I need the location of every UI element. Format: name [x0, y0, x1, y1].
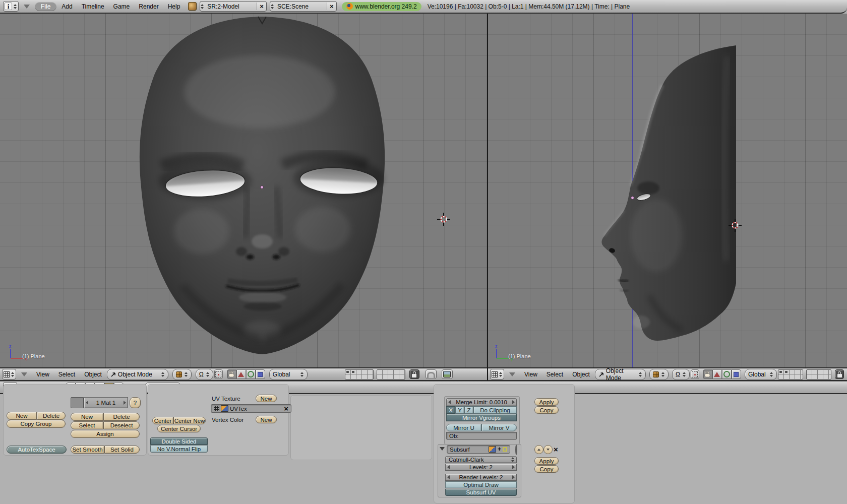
collapse-arrow-icon[interactable] [21, 372, 27, 380]
layer-buttons[interactable] [377, 369, 405, 380]
mirror-object-field[interactable]: Ob: [446, 432, 517, 440]
center-cursor-button[interactable]: Center Cursor [157, 425, 201, 432]
pivot-dropdown[interactable]: Ω [196, 369, 213, 380]
menu-view[interactable]: View [520, 371, 541, 378]
optimal-draw-toggle[interactable]: Optimal Draw [445, 481, 517, 488]
screen-selector[interactable]: SR:2-Model × [200, 1, 267, 12]
modifier-editmode-icon[interactable]: + [498, 447, 501, 452]
orientation-dropdown[interactable]: Global [269, 369, 308, 380]
material-help-button[interactable]: ? [130, 397, 141, 408]
manipulator-toggle[interactable] [691, 369, 699, 379]
menu-view[interactable]: View [32, 371, 53, 378]
mirror-u-toggle[interactable]: Mirror U [446, 424, 481, 431]
panel-collapse-icon[interactable] [440, 447, 445, 451]
stepper-right-icon[interactable] [512, 400, 515, 404]
translate-toggle[interactable] [236, 369, 246, 379]
mirror-v-toggle[interactable]: Mirror V [481, 424, 517, 431]
material-swatch[interactable] [71, 397, 84, 408]
draw-type-dropdown[interactable] [649, 369, 669, 380]
move-up-button[interactable] [534, 445, 543, 454]
front-viewport[interactable]: z x (1) Plane [0, 14, 487, 367]
close-icon[interactable]: × [257, 3, 266, 10]
mirror-apply-button[interactable]: Apply [534, 398, 559, 406]
mode-dropdown[interactable]: Object Mode [595, 369, 646, 380]
layer-buttons[interactable] [806, 369, 831, 380]
mirror-copy-button[interactable]: Copy [534, 406, 559, 414]
mirror-z-toggle[interactable]: Z [464, 406, 473, 414]
modifier-cage-icon[interactable] [503, 447, 507, 452]
scene-selector[interactable]: SCE:Scene × [270, 1, 337, 12]
layer-buttons[interactable] [345, 369, 374, 380]
menu-render[interactable]: Render [135, 3, 162, 10]
menu-game[interactable]: Game [109, 3, 134, 10]
no-vnormal-flip-toggle[interactable]: No V.Normal Flip [150, 445, 208, 453]
manipulator-toggle[interactable] [214, 369, 223, 379]
snap-toggle[interactable] [426, 369, 437, 379]
modifier-render-icon[interactable] [489, 446, 496, 453]
close-icon[interactable]: × [327, 3, 336, 10]
rotate-toggle[interactable] [722, 369, 732, 379]
uvtex-name-row[interactable]: UVTex × [211, 404, 291, 413]
material-count-stepper[interactable]: 1 Mat 1 [84, 397, 128, 408]
mirror-y-toggle[interactable]: Y [455, 406, 464, 414]
menu-add[interactable]: Add [57, 3, 76, 10]
modifier-name[interactable]: Subsurf [450, 447, 487, 453]
hand-tool-toggle[interactable] [227, 369, 236, 379]
material-new-button[interactable]: New [71, 413, 103, 421]
move-down-button[interactable] [543, 445, 553, 454]
deselect-button[interactable]: Deselect [103, 421, 140, 429]
menu-object[interactable]: Object [80, 371, 106, 378]
vgroup-new-button[interactable]: New [7, 412, 37, 420]
window-type-button[interactable] [2, 369, 16, 380]
center-new-button[interactable]: Center New [173, 417, 206, 424]
menu-select[interactable]: Select [54, 371, 79, 378]
stepper-right-icon[interactable] [512, 475, 515, 479]
stepper-icon[interactable] [271, 4, 274, 9]
stepper-right-icon[interactable] [124, 401, 126, 405]
side-viewport[interactable]: z y (1) Plane [487, 14, 847, 367]
modifier-name-row[interactable]: Subsurf + [447, 445, 510, 454]
layer-lock-toggle[interactable] [835, 369, 844, 379]
select-button[interactable]: Select [71, 421, 103, 429]
uvtex-name[interactable]: UVTex [230, 406, 282, 412]
hand-tool-toggle[interactable] [703, 369, 712, 379]
menu-help[interactable]: Help [164, 3, 185, 10]
scale-toggle[interactable] [256, 369, 265, 379]
layer-lock-toggle[interactable] [409, 369, 419, 379]
do-clipping-toggle[interactable]: Do Clipping [473, 406, 517, 414]
vgroup-delete-button[interactable]: Delete [37, 412, 66, 420]
vertex-color-new-button[interactable]: New [256, 416, 277, 423]
delete-modifier-button[interactable]: × [554, 445, 558, 454]
collapse-arrow-icon[interactable] [509, 372, 515, 380]
scale-toggle[interactable] [732, 369, 741, 379]
screen-name[interactable]: SR:2-Model [204, 3, 257, 10]
autotexspace-toggle[interactable]: AutoTexSpace [7, 446, 67, 454]
modifier-circle-toggle[interactable] [515, 446, 517, 455]
render-levels-stepper[interactable]: Render Levels: 2 [445, 474, 517, 481]
subsurf-apply-button[interactable]: Apply [534, 457, 559, 465]
double-sided-toggle[interactable]: Double Sided [150, 437, 208, 445]
layer-buttons[interactable] [778, 369, 803, 380]
scene-name[interactable]: SCE:Scene [274, 3, 327, 10]
stepper-icon[interactable] [201, 4, 204, 9]
merge-limit-field[interactable]: Merge Limit: 0.0010 [446, 398, 517, 406]
mirror-x-toggle[interactable]: X [446, 406, 455, 414]
window-type-button[interactable]: i [3, 1, 19, 12]
mirror-vgroups-toggle[interactable]: Mirror Vgroups [446, 414, 517, 421]
subsurf-uv-toggle[interactable]: Subsurf UV [445, 489, 517, 496]
copy-group-button[interactable]: Copy Group [7, 420, 66, 428]
rotate-toggle[interactable] [246, 369, 256, 379]
subdiv-type-dropdown[interactable]: Catmull-Clark [445, 456, 517, 463]
levels-stepper[interactable]: Levels: 2 [445, 464, 517, 471]
window-type-button[interactable] [490, 369, 504, 380]
translate-toggle[interactable] [712, 369, 722, 379]
uv-texture-new-button[interactable]: New [256, 395, 277, 402]
menu-timeline[interactable]: Timeline [78, 3, 108, 10]
mode-dropdown[interactable]: Object Mode [107, 369, 168, 380]
collapse-arrow-icon[interactable] [24, 5, 30, 12]
menu-object[interactable]: Object [568, 371, 594, 378]
delete-uvtex-icon[interactable]: × [284, 404, 288, 413]
render-preview-button[interactable] [442, 369, 453, 379]
set-smooth-button[interactable]: Set Smooth [71, 446, 104, 454]
orientation-dropdown[interactable]: Global [745, 369, 777, 380]
